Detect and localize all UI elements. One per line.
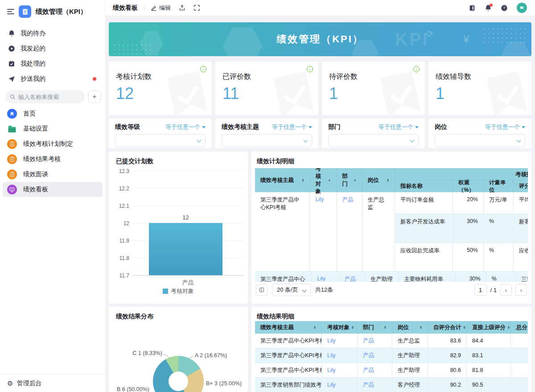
table-header-row: 绩效考核主题▲▼ 考核对象▲▼ 部门▲▼ 岗位▲▼ 自评分合计▲▼ 直接上级评分… bbox=[255, 321, 528, 334]
bar-series-assessment-target[interactable] bbox=[149, 223, 222, 275]
table-row[interactable]: 第三季度产品中心KPI考核 Lily 产品 生产总监 83.6 84.4 bbox=[255, 334, 528, 348]
cell-indicator: 应收回款完成率 bbox=[395, 243, 453, 271]
sidebar-item-plan-formulation[interactable]: 绩效考核计划制定 bbox=[3, 136, 103, 152]
caret-down-icon bbox=[202, 126, 206, 128]
filter-operator-dropdown[interactable]: 等于任意一个 bbox=[272, 123, 312, 131]
info-icon[interactable]: i bbox=[307, 66, 313, 72]
table-row[interactable]: 第三季度产品中心KPI考核 Lily 产品 生产助理 主要物料耗用率 30% %… bbox=[255, 272, 528, 281]
next-page-button[interactable]: › bbox=[515, 284, 527, 296]
sort-icon[interactable]: ▲▼ bbox=[382, 326, 387, 329]
help-button[interactable]: ? bbox=[501, 4, 508, 12]
sort-icon[interactable]: ▲▼ bbox=[506, 326, 510, 329]
cell-theme: 第三季度销售部门绩效考核 bbox=[255, 378, 322, 392]
cell-department-link[interactable]: 产品 bbox=[358, 348, 392, 363]
sidebar-item-label: 绩效结果考核 bbox=[23, 155, 61, 163]
column-header-indicator-name[interactable]: 指标名称 bbox=[395, 180, 453, 192]
sidebar-item-cc-to-me[interactable]: 抄送我的 bbox=[3, 71, 103, 87]
avatar[interactable] bbox=[517, 3, 527, 13]
cell-department-link[interactable]: 产品 bbox=[358, 334, 392, 348]
page-number-input[interactable] bbox=[474, 284, 487, 296]
cell-target-link[interactable]: Lily bbox=[322, 334, 358, 348]
cell-department-link[interactable]: 产品 bbox=[337, 192, 362, 271]
column-header-weight[interactable]: 权重（%） bbox=[453, 180, 484, 192]
sort-icon[interactable]: ▲▼ bbox=[418, 326, 422, 329]
column-header-theme[interactable]: 绩效考核主题▲▼ bbox=[255, 168, 310, 192]
filter-value-select[interactable] bbox=[435, 134, 525, 147]
fullscreen-button[interactable] bbox=[193, 4, 200, 11]
table-row[interactable]: 第三季度销售部门绩效考核 Lily 产品 客户经理 90.2 90.5 bbox=[255, 378, 528, 392]
sidebar-item-interview[interactable]: 绩效面谈 bbox=[3, 167, 103, 182]
column-header-department[interactable]: 部门▲▼ bbox=[358, 321, 392, 334]
sort-icon[interactable]: ▲▼ bbox=[312, 326, 316, 329]
sidebar-item-dashboard[interactable]: 绩效看板 bbox=[3, 182, 103, 197]
sidebar-search[interactable] bbox=[5, 90, 85, 103]
column-header-theme[interactable]: 绩效考核主题▲▼ bbox=[255, 321, 322, 334]
cell-criteria: 平均订单金额≥目标值，总额达标 bbox=[514, 192, 528, 214]
sort-icon[interactable]: ▲▼ bbox=[300, 178, 305, 182]
filter-value-select[interactable] bbox=[222, 134, 312, 147]
info-icon[interactable]: i bbox=[413, 66, 420, 72]
filter-caret-icon[interactable]: ▼ bbox=[352, 179, 357, 182]
sort-icon[interactable]: ▲▼ bbox=[385, 178, 389, 182]
column-header-target[interactable]: 考核对象▲▼ bbox=[322, 321, 358, 334]
column-header-total-score[interactable]: 总分 bbox=[511, 321, 528, 334]
legend-swatch bbox=[163, 289, 168, 294]
notifications-button[interactable] bbox=[485, 4, 492, 12]
table-row[interactable]: 第三季度产品中心KPI考核 Lily 产品 生产助理 82.9 83.1 bbox=[255, 348, 528, 363]
add-button[interactable]: + bbox=[88, 91, 101, 103]
sidebar: 绩效管理（KPI） 我的待办 我发起的 我处理的 抄送我的 + bbox=[0, 0, 106, 392]
cell-target-link[interactable]: Lily bbox=[322, 378, 358, 392]
sidebar-item-handled-by-me[interactable]: 我处理的 bbox=[3, 56, 103, 71]
sidebar-item-label: 绩效看板 bbox=[23, 186, 48, 194]
collapse-sidebar-icon[interactable] bbox=[7, 9, 14, 14]
sidebar-item-my-todo[interactable]: 我的待办 bbox=[3, 26, 103, 41]
page-size-select[interactable]: 20 条/页 bbox=[272, 284, 311, 296]
admin-console-button[interactable]: ⚙ 管理后台 bbox=[0, 374, 105, 392]
cell-target-link[interactable]: Lily bbox=[310, 192, 337, 271]
result-detail-card: 绩效结果明细 绩效考核主题▲▼ 考核对象▲▼ 部门▲▼ 岗位▲▼ 自评分合计▲▼… bbox=[251, 307, 531, 392]
sidebar-item-home[interactable]: 首页 bbox=[3, 106, 103, 121]
column-header-supervisor-score[interactable]: 直接上级评分▲▼ bbox=[467, 321, 511, 334]
filter-value-select[interactable] bbox=[328, 134, 419, 147]
column-header-position[interactable]: 岗位▲▼ bbox=[362, 168, 395, 192]
filter-value-select[interactable] bbox=[115, 134, 206, 147]
cell-department-link[interactable]: 产品 bbox=[358, 378, 392, 392]
dashboard-icon bbox=[7, 185, 17, 194]
column-settings-button[interactable] bbox=[256, 284, 268, 296]
column-header-unit[interactable]: 计量单位 bbox=[484, 180, 514, 192]
clipboard-icon bbox=[7, 154, 17, 164]
cell-department-link[interactable]: 产品 bbox=[358, 363, 392, 377]
banner-title: 绩效管理（KPI） bbox=[109, 33, 531, 46]
share-button[interactable] bbox=[179, 4, 185, 11]
filter-operator-dropdown[interactable]: 等于任意一个 bbox=[485, 123, 525, 131]
edit-button[interactable]: 编辑 bbox=[151, 4, 171, 12]
table-row[interactable]: 第三季度产品中心KPI考核 Lily 产品 生产总监 平均订单金额 20% 万元… bbox=[255, 192, 528, 272]
table-row[interactable]: 第三季度产品中心KPI考核 Lily 产品 生产助理 80.6 81.8 bbox=[255, 363, 528, 378]
cell-target-link[interactable]: Lily bbox=[312, 272, 339, 281]
cell-department-link[interactable]: 产品 bbox=[339, 272, 365, 281]
journal-button[interactable] bbox=[469, 4, 476, 12]
cell-target-link[interactable]: Lily bbox=[322, 348, 358, 363]
sort-icon[interactable]: ▲▼ bbox=[350, 326, 354, 329]
column-header-criteria[interactable]: 评分标准 bbox=[514, 180, 528, 192]
column-header-department[interactable]: 部门▼ bbox=[337, 168, 362, 192]
stat-card-plan-count: i 考核计划数 12 bbox=[109, 62, 212, 115]
sort-icon[interactable]: ▲▼ bbox=[461, 326, 466, 329]
sidebar-item-initiated-by-me[interactable]: 我发起的 bbox=[3, 41, 103, 56]
sidebar-item-result-assessment[interactable]: 绩效结果考核 bbox=[3, 152, 103, 167]
filter-caret-icon[interactable]: ▼ bbox=[326, 179, 331, 182]
cell-target-link[interactable]: Lily bbox=[322, 363, 358, 377]
search-input[interactable] bbox=[18, 94, 72, 100]
sidebar-item-basic-settings[interactable]: 基础设置 bbox=[3, 121, 103, 136]
filter-operator-dropdown[interactable]: 等于任意一个 bbox=[379, 123, 419, 131]
chart-legend[interactable]: 考核对象 bbox=[109, 287, 248, 295]
info-icon[interactable]: i bbox=[200, 66, 206, 72]
column-header-target[interactable]: 考核对象▼ bbox=[310, 168, 337, 192]
column-header-self-score[interactable]: 自评分合计▲▼ bbox=[428, 321, 467, 334]
prev-page-button[interactable]: ‹ bbox=[500, 284, 512, 296]
task-check-icon bbox=[8, 60, 15, 67]
column-header-position[interactable]: 岗位▲▼ bbox=[392, 321, 428, 334]
y-tick: 12.2 bbox=[112, 186, 129, 192]
filter-operator-dropdown[interactable]: 等于任意一个 bbox=[165, 123, 206, 131]
sidebar-item-label: 绩效考核计划制定 bbox=[23, 140, 73, 148]
